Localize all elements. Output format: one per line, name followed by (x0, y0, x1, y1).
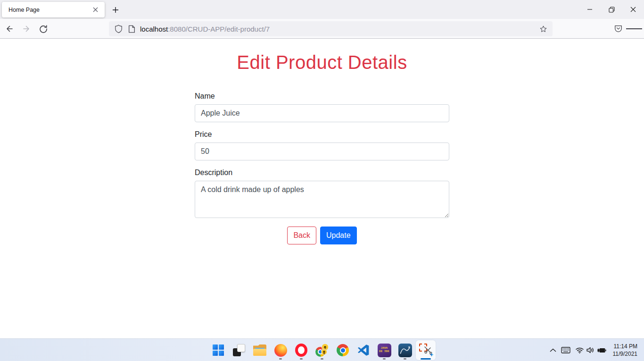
volume-icon (586, 347, 594, 353)
url-text[interactable]: localhost:8080/CRUD-APP/edit-product/7 (140, 25, 537, 33)
bookmark-star-icon[interactable] (537, 22, 550, 35)
price-field-group: Price (195, 130, 449, 160)
url-bar[interactable]: localhost:8080/CRUD-APP/edit-product/7 (109, 21, 553, 36)
tab-close-icon[interactable] (90, 4, 101, 16)
name-field-group: Name (195, 92, 449, 122)
page-content: Edit Product Details Name Price Descript… (0, 39, 644, 338)
chrome-icon (337, 344, 349, 356)
menu-hamburger-icon[interactable] (626, 21, 642, 36)
file-explorer-button[interactable] (249, 340, 270, 361)
touch-keyboard-icon[interactable] (559, 342, 573, 359)
description-textarea[interactable]: A cold drink made up of apples (195, 181, 449, 218)
firefox-running-indicator (279, 358, 282, 360)
pocket-icon[interactable] (610, 21, 626, 36)
chrome-profile-icon (315, 344, 329, 357)
description-label: Description (195, 168, 449, 177)
update-button[interactable]: Update (320, 227, 357, 244)
clock-time: 11:14 PM (613, 343, 638, 350)
name-label: Name (195, 92, 449, 101)
windows-taskbar: JAVA EE IDE + (0, 338, 644, 361)
tracking-protection-shield-icon[interactable] (112, 22, 125, 35)
taskbar-clock[interactable]: 11:14 PM 11/9/2021 (609, 343, 641, 358)
network-volume-battery-group[interactable] (573, 347, 609, 353)
toolbar-right-buttons (610, 21, 642, 36)
chrome-profile-button[interactable] (312, 340, 332, 361)
opera-icon (295, 344, 307, 357)
snipping-tool-icon: + (419, 343, 433, 357)
system-tray: 11:14 PM 11/9/2021 (547, 339, 641, 361)
battery-charging-icon (597, 347, 606, 353)
snipping-tool-button[interactable]: + (416, 340, 436, 360)
windows-start-icon (213, 344, 224, 356)
vscode-icon (357, 344, 370, 356)
edit-product-form: Name Price Description A cold drink made… (195, 92, 449, 244)
name-input[interactable] (195, 104, 449, 122)
chrome-button[interactable] (332, 340, 353, 361)
window-controls (579, 0, 644, 19)
tab-title: Home Page (8, 7, 90, 13)
browser-tab-home-page[interactable]: Home Page (2, 2, 105, 17)
task-view-icon (233, 344, 245, 356)
form-buttons: Back Update (195, 227, 449, 244)
eclipse-ide-button[interactable]: JAVA EE IDE (374, 340, 395, 361)
taskbar-center-icons: JAVA EE IDE + (208, 339, 436, 361)
browser-titlebar: Home Page (0, 0, 644, 19)
tray-overflow-chevron-icon[interactable] (547, 342, 559, 359)
eclipse-running-indicator (383, 358, 386, 360)
reload-button[interactable] (36, 21, 51, 36)
browser-toolbar: localhost:8080/CRUD-APP/edit-product/7 (0, 19, 644, 39)
page-info-icon[interactable] (125, 22, 138, 35)
price-input[interactable] (195, 143, 449, 160)
clock-date: 11/9/2021 (613, 350, 638, 358)
vscode-button[interactable] (353, 340, 374, 361)
eclipse-ide-icon: JAVA EE IDE (378, 344, 391, 357)
file-explorer-icon (253, 344, 266, 356)
start-button[interactable] (208, 340, 229, 361)
wifi-icon (576, 347, 584, 353)
back-button-form[interactable]: Back (287, 227, 316, 244)
snipping-tool-active-indicator (421, 358, 431, 360)
mysql-workbench-icon (398, 344, 412, 357)
task-view-button[interactable] (229, 340, 249, 361)
new-tab-button[interactable] (109, 4, 122, 16)
forward-button[interactable] (19, 21, 34, 36)
opera-running-indicator (300, 358, 303, 360)
opera-button[interactable] (291, 340, 312, 361)
firefox-icon (274, 344, 287, 357)
description-field-group: Description A cold drink made up of appl… (195, 168, 449, 218)
price-label: Price (195, 130, 449, 139)
page-title: Edit Product Details (0, 52, 644, 73)
window-minimize-button[interactable] (579, 0, 601, 19)
back-button[interactable] (2, 21, 17, 36)
mysql-workbench-button[interactable] (395, 340, 415, 361)
firefox-button[interactable] (270, 340, 291, 361)
window-close-button[interactable] (622, 0, 644, 19)
mysql-running-indicator (404, 358, 406, 360)
url-host: localhost (140, 25, 168, 33)
url-path: :8080/CRUD-APP/edit-product/7 (168, 25, 270, 33)
window-restore-button[interactable] (601, 0, 622, 19)
chrome-profile-running-indicator (321, 358, 323, 360)
